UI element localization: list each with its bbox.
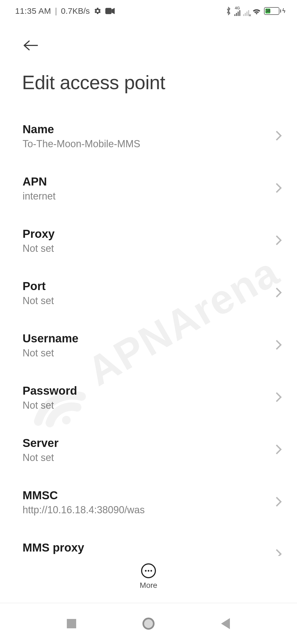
signal-sim1: 4G <box>234 6 240 16</box>
setting-proxy[interactable]: Proxy Not set <box>0 215 297 267</box>
triangle-icon <box>221 618 230 629</box>
setting-label: MMS proxy <box>23 541 84 554</box>
gear-icon <box>94 7 101 15</box>
setting-value: To-The-Moon-Mobile-MMS <box>23 138 140 150</box>
wifi-icon <box>252 7 261 15</box>
chevron-right-icon <box>275 339 282 351</box>
nav-back-button[interactable] <box>217 615 234 632</box>
setting-label: Username <box>23 332 78 345</box>
setting-mmsc[interactable]: MMSC http://10.16.18.4:38090/was <box>0 476 297 528</box>
chevron-right-icon <box>275 130 282 142</box>
status-right: 4G 4G 38 ϟ <box>226 6 286 16</box>
signal-sim2: 4G <box>243 6 249 16</box>
svg-rect-0 <box>105 8 112 14</box>
chevron-right-icon <box>275 496 282 508</box>
setting-value: Not set <box>23 243 55 254</box>
setting-value: Not set <box>23 400 77 411</box>
chevron-right-icon <box>275 235 282 247</box>
setting-value: Not set <box>23 347 78 359</box>
back-button[interactable] <box>21 36 40 55</box>
bottom-action-bar: More <box>0 556 297 597</box>
square-icon <box>67 619 76 628</box>
status-bar: 11:35 AM | 0.7KB/s 4G 4G 38 ϟ <box>0 0 297 22</box>
battery-indicator: 38 ϟ <box>264 7 286 15</box>
setting-value: Not set <box>23 452 59 463</box>
chevron-right-icon <box>275 182 282 195</box>
setting-password[interactable]: Password Not set <box>0 372 297 424</box>
setting-label: Password <box>23 384 77 397</box>
setting-apn[interactable]: APN internet <box>0 162 297 215</box>
clock: 11:35 AM <box>15 6 51 16</box>
setting-label: Name <box>23 123 140 136</box>
setting-server[interactable]: Server Not set <box>0 424 297 476</box>
charging-icon: ϟ <box>282 7 286 15</box>
setting-label: Port <box>23 280 54 293</box>
more-icon <box>141 563 156 578</box>
more-label: More <box>140 581 157 590</box>
app-header <box>0 22 297 58</box>
nav-home-button[interactable] <box>140 615 157 632</box>
data-rate: 0.7KB/s <box>61 6 90 16</box>
apn-settings-list: APNArena Name To-The-Moon-Mobile-MMS APN… <box>0 99 297 583</box>
setting-value: Not set <box>23 295 54 307</box>
setting-username[interactable]: Username Not set <box>0 319 297 372</box>
setting-label: MMSC <box>23 489 145 502</box>
setting-name[interactable]: Name To-The-Moon-Mobile-MMS <box>0 110 297 162</box>
circle-icon <box>142 618 155 630</box>
chevron-right-icon <box>275 444 282 456</box>
setting-label: APN <box>23 175 56 188</box>
nav-recents-button[interactable] <box>63 615 80 632</box>
system-nav-bar <box>0 603 297 644</box>
setting-label: Proxy <box>23 227 55 241</box>
bluetooth-icon <box>226 7 232 15</box>
more-button[interactable]: More <box>140 563 157 590</box>
page-title: Edit access point <box>0 58 297 99</box>
separator: | <box>55 6 57 16</box>
chevron-right-icon <box>275 287 282 299</box>
video-icon <box>105 8 115 14</box>
battery-percent: 38 <box>265 9 270 13</box>
setting-value: internet <box>23 190 56 202</box>
setting-port[interactable]: Port Not set <box>0 267 297 319</box>
setting-label: Server <box>23 436 59 450</box>
status-left: 11:35 AM | 0.7KB/s <box>15 6 115 16</box>
setting-value: http://10.16.18.4:38090/was <box>23 504 145 516</box>
chevron-right-icon <box>275 392 282 404</box>
network-type-label: 4G <box>235 6 240 10</box>
